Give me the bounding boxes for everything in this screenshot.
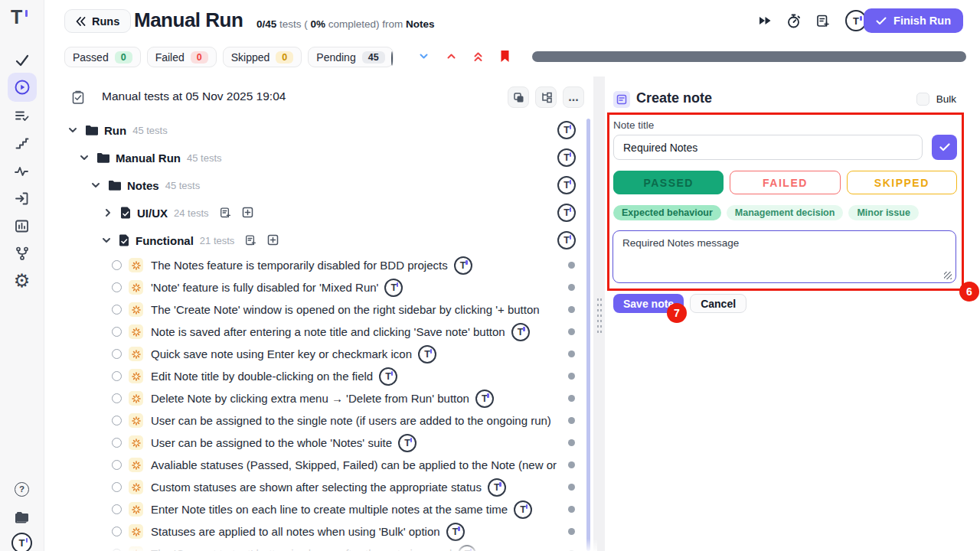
filter-skipped[interactable]: Skipped0 — [223, 47, 302, 67]
timer-button[interactable] — [786, 13, 802, 29]
steps-nav-icon[interactable] — [8, 130, 37, 156]
open-in-testomat-badge[interactable]: T — [454, 256, 472, 275]
quick-save-check-button[interactable] — [932, 135, 957, 160]
activity-nav-icon[interactable] — [8, 158, 37, 184]
test-status-dot[interactable] — [568, 373, 575, 380]
test-status-dot[interactable] — [568, 484, 575, 491]
test-row[interactable]: Note is saved after entering a note titl… — [64, 321, 586, 343]
test-status-dot[interactable] — [568, 328, 575, 335]
test-row[interactable]: 'Note' feature is fully disabled for 'Mi… — [64, 276, 586, 298]
open-in-testomat-badge[interactable]: T — [557, 176, 576, 194]
open-in-testomat-badge[interactable]: T — [557, 148, 576, 167]
test-row[interactable]: Custom statuses are shown after selectin… — [64, 476, 586, 498]
test-status-circle[interactable] — [112, 282, 122, 292]
test-row[interactable]: Edit Note title by double-clicking on th… — [64, 365, 586, 387]
open-in-testomat-badge[interactable]: T — [475, 390, 494, 408]
passed-status-button[interactable]: PASSED — [613, 171, 724, 194]
test-row[interactable]: Enter Note titles on each line to create… — [64, 498, 586, 520]
test-status-dot[interactable] — [568, 284, 575, 291]
test-status-circle[interactable] — [112, 371, 122, 381]
collapse-button[interactable] — [419, 51, 429, 64]
open-in-testomat-badge[interactable]: T — [488, 478, 506, 497]
open-in-testomat-badge[interactable]: T — [458, 545, 476, 551]
chevron-down-icon[interactable] — [101, 236, 112, 245]
open-in-testomat-badge[interactable]: T — [557, 231, 576, 249]
test-status-circle[interactable] — [112, 416, 122, 425]
open-in-testomat-badge[interactable]: T — [514, 500, 532, 519]
test-status-circle[interactable] — [112, 438, 122, 448]
open-in-testomat-badge[interactable]: T — [557, 204, 576, 222]
open-in-testomat-badge[interactable]: T — [384, 279, 403, 297]
tree-suite-uiux[interactable]: UI/UX 24 tests T — [64, 199, 586, 227]
status-circle-button[interactable] — [391, 52, 393, 66]
bookmark-button[interactable] — [500, 50, 510, 66]
test-status-circle[interactable] — [112, 504, 122, 514]
note-add-icon[interactable] — [245, 234, 257, 246]
test-status-dot[interactable] — [568, 439, 575, 446]
branches-nav-icon[interactable] — [8, 240, 37, 266]
test-row[interactable]: The Notes feature is temporarily disable… — [64, 254, 586, 276]
open-in-testomat-badge[interactable]: T — [379, 367, 397, 386]
reports-nav-icon[interactable] — [8, 213, 37, 239]
finish-run-button[interactable]: Finish Run — [864, 8, 963, 33]
divider-drag-handle[interactable] — [596, 297, 603, 334]
test-plans-nav-icon[interactable] — [8, 103, 37, 129]
chevron-right-icon[interactable] — [103, 208, 113, 217]
test-status-circle[interactable] — [112, 460, 122, 470]
copy-tree-button[interactable] — [508, 86, 529, 108]
tag-minor-issue[interactable]: Minor issue — [848, 205, 918, 220]
test-status-dot[interactable] — [568, 395, 575, 402]
plus-square-icon[interactable] — [242, 207, 253, 218]
filter-failed[interactable]: Failed0 — [147, 47, 217, 67]
test-status-dot[interactable] — [568, 306, 575, 313]
tree-folder-manual-run[interactable]: Manual Run 45 tests T — [64, 144, 586, 171]
check-nav-icon[interactable] — [8, 47, 37, 73]
scroll-up-button[interactable] — [446, 51, 456, 64]
add-note-button[interactable] — [816, 14, 831, 28]
open-in-testomat-badge[interactable]: T — [557, 121, 576, 139]
settings-nav-icon[interactable]: ⚙ — [8, 268, 37, 294]
tree-folder-run[interactable]: Run 45 tests T — [64, 116, 586, 144]
test-status-dot[interactable] — [568, 262, 575, 269]
test-row[interactable]: Quick save note using Enter key or check… — [64, 343, 586, 365]
test-status-circle[interactable] — [112, 482, 122, 492]
test-status-circle[interactable] — [112, 327, 122, 337]
open-in-testomat-badge[interactable]: T — [418, 345, 436, 364]
back-to-runs-button[interactable]: Runs — [64, 9, 131, 33]
note-title-input[interactable] — [613, 135, 923, 160]
test-row[interactable]: User can be assigned to the whole 'Notes… — [64, 432, 586, 454]
tree-view-button[interactable] — [535, 86, 557, 108]
test-status-dot[interactable] — [568, 506, 575, 513]
plus-square-icon[interactable] — [267, 234, 279, 246]
test-status-circle[interactable] — [112, 260, 122, 270]
chevron-down-icon[interactable] — [79, 153, 90, 162]
account-logo-button[interactable]: T — [8, 530, 37, 551]
test-status-circle[interactable] — [112, 305, 122, 315]
fast-forward-button[interactable] — [758, 15, 772, 26]
open-in-testomat-badge[interactable]: T — [511, 323, 530, 341]
chevron-down-icon[interactable] — [67, 126, 78, 135]
tag-management-decision[interactable]: Management decision — [727, 205, 844, 220]
skipped-status-button[interactable]: SKIPPED — [847, 171, 957, 194]
open-in-testomat-badge[interactable]: T — [398, 434, 416, 452]
import-nav-icon[interactable] — [8, 185, 37, 211]
test-row[interactable]: User can be assigned to the single note … — [64, 409, 586, 432]
test-status-dot[interactable] — [568, 528, 575, 535]
test-status-circle[interactable] — [112, 393, 122, 403]
open-in-testomat-badge[interactable]: T — [446, 523, 465, 541]
runs-nav-icon[interactable] — [8, 73, 37, 102]
test-status-dot[interactable] — [568, 350, 575, 357]
test-status-dot[interactable] — [568, 461, 575, 468]
filter-passed[interactable]: Passed0 — [64, 47, 141, 67]
tree-suite-functional[interactable]: Functional 21 tests T — [64, 227, 586, 254]
bulk-toggle[interactable]: Bulk — [916, 93, 956, 106]
test-row[interactable]: Avaliable statuses (Passed, Skipped, Fai… — [64, 454, 586, 476]
tag-expected-behaviour[interactable]: Expected behaviour — [613, 205, 721, 220]
cancel-button[interactable]: Cancel — [690, 294, 746, 313]
filter-pending[interactable]: Pending45 — [308, 47, 393, 67]
note-message-textarea[interactable]: Required Notes message — [612, 230, 956, 283]
failed-status-button[interactable]: FAILED — [730, 171, 840, 194]
tree-scrollbar[interactable] — [586, 119, 590, 551]
test-row[interactable]: The 'Create Note' window is opened on th… — [64, 298, 586, 321]
chevron-down-icon[interactable] — [90, 181, 101, 190]
